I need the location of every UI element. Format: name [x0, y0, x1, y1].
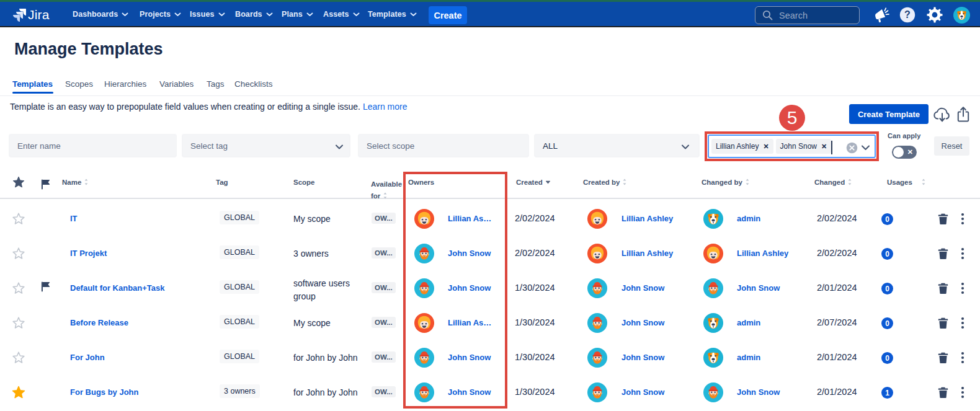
svg-text:?: ? — [904, 9, 911, 20]
